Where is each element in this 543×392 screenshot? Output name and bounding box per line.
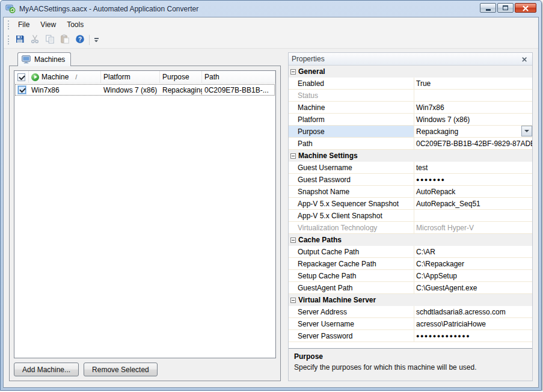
category-cache-paths[interactable]: Cache Paths	[289, 234, 532, 246]
prop-gutter	[289, 318, 296, 329]
collapse-icon[interactable]	[290, 298, 296, 303]
cut-icon	[30, 34, 40, 46]
sort-indicator-icon: /	[75, 73, 77, 81]
prop-app-v-5-x-sequencer-snapshot[interactable]: App-V 5.x Sequencer SnapshotAutoRepack_S…	[289, 198, 532, 210]
prop-value	[414, 90, 532, 101]
column-header-machine[interactable]: Machine /	[29, 71, 101, 83]
prop-gutter	[289, 102, 296, 113]
maximize-button[interactable]	[497, 3, 514, 13]
machine-list-header: Machine / Platform Purpose Path	[14, 71, 275, 84]
prop-gutter	[289, 306, 296, 317]
prop-name: Status	[296, 90, 414, 101]
prop-server-address[interactable]: Server Addressschdtladsaria8.acresso.com	[289, 306, 532, 318]
column-header-path[interactable]: Path	[202, 71, 275, 83]
prop-setup-cache-path[interactable]: Setup Cache PathC:\AppSetup	[289, 270, 532, 282]
chevron-down-icon	[94, 40, 98, 42]
prop-gutter	[289, 222, 296, 233]
prop-value: Win7x86	[414, 102, 532, 113]
paste-icon	[60, 34, 70, 46]
copy-button[interactable]	[43, 33, 57, 47]
prop-value: Repackaging	[414, 126, 532, 137]
platform-cell: Windows 7 (x86)	[101, 84, 160, 96]
prop-name: Machine	[296, 102, 414, 113]
prop-gutter	[289, 114, 296, 125]
prop-gutter	[289, 330, 296, 341]
tabstrip: Machines	[9, 52, 281, 66]
prop-virtualization-technology[interactable]: Virtualization TechnologyMicrosoft Hyper…	[289, 222, 532, 234]
remove-selected-button[interactable]: Remove Selected	[84, 363, 158, 376]
prop-enabled[interactable]: EnabledTrue	[289, 78, 532, 90]
category-label: General	[298, 67, 325, 76]
menu-file[interactable]: File	[13, 19, 35, 31]
category-virtual-machine-server[interactable]: Virtual Machine Server	[289, 294, 532, 306]
prop-gutter	[289, 186, 296, 197]
prop-server-password[interactable]: Server Password●●●●●●●●●●●●●	[289, 330, 532, 342]
prop-value: ●●●●●●●●●●●●●	[414, 330, 532, 341]
prop-repackager-cache-path[interactable]: Repackager Cache PathC:\Repackager	[289, 258, 532, 270]
paste-button[interactable]	[58, 33, 72, 47]
save-button[interactable]	[13, 33, 26, 47]
machine-actions: Add Machine... Remove Selected	[14, 363, 276, 376]
select-all-cell	[14, 71, 29, 83]
prop-platform[interactable]: PlatformWindows 7 (x86)	[289, 114, 532, 126]
prop-snapshot-name[interactable]: Snapshot NameAutoRepack	[289, 186, 532, 198]
cut-button[interactable]	[28, 33, 41, 47]
prop-guestagent-path[interactable]: GuestAgent PathC:\GuestAgent.exe	[289, 282, 532, 294]
prop-guest-username[interactable]: Guest Usernametest	[289, 162, 532, 174]
prop-path[interactable]: Path0C209E7B-BB1B-42BF-9829-87ADED2EB1	[289, 138, 532, 150]
close-icon	[522, 57, 527, 62]
prop-gutter	[289, 90, 296, 101]
close-button[interactable]	[515, 3, 536, 13]
prop-value: acresso\PatriciaHowe	[414, 318, 532, 329]
column-header-purpose[interactable]: Purpose	[160, 71, 202, 83]
help-button[interactable]: ?	[73, 33, 87, 47]
prop-gutter	[289, 78, 296, 89]
prop-server-username[interactable]: Server Usernameacresso\PatriciaHowe	[289, 318, 532, 330]
prop-purpose[interactable]: PurposeRepackaging	[289, 126, 532, 138]
prop-guest-password[interactable]: Guest Password●●●●●●●	[289, 174, 532, 186]
prop-app-v-5-x-client-snapshot[interactable]: App-V 5.x Client Snapshot	[289, 210, 532, 222]
prop-gutter	[289, 246, 296, 257]
menu-view[interactable]: View	[35, 19, 61, 31]
titlebar: MyAACSettings.aacx - Automated Applicati…	[3, 1, 539, 17]
properties-header: Properties	[289, 53, 532, 66]
collapse-icon[interactable]	[290, 69, 296, 75]
app-window: MyAACSettings.aacx - Automated Applicati…	[0, 0, 542, 391]
prop-value: C:\GuestAgent.exe	[414, 282, 532, 293]
select-all-checkbox[interactable]	[17, 73, 25, 81]
prop-name: Setup Cache Path	[296, 270, 414, 281]
prop-value: Windows 7 (x86)	[414, 114, 532, 125]
column-label: Machine	[41, 73, 69, 81]
prop-output-cache-path[interactable]: Output Cache PathC:\AR	[289, 246, 532, 258]
prop-value	[414, 210, 532, 221]
prop-name: App-V 5.x Sequencer Snapshot	[296, 198, 414, 209]
minimize-button[interactable]	[480, 3, 496, 13]
machine-row[interactable]: Win7x86Windows 7 (x86)Repackaging0C209E7…	[14, 84, 275, 96]
category-label: Cache Paths	[298, 236, 342, 244]
category-general[interactable]: General	[289, 66, 532, 78]
collapse-icon[interactable]	[290, 153, 296, 159]
purpose-dropdown-button[interactable]	[521, 126, 532, 136]
column-header-platform[interactable]: Platform	[101, 71, 160, 83]
prop-gutter	[289, 258, 296, 269]
menu-tools[interactable]: Tools	[61, 19, 89, 31]
prop-value: AutoRepack_Seq51	[414, 198, 532, 209]
prop-name: Guest Username	[296, 162, 414, 173]
save-icon	[15, 34, 25, 46]
path-cell: 0C209E7B-BB1B-...	[202, 84, 275, 96]
collapse-icon[interactable]	[290, 237, 296, 243]
add-machine-button[interactable]: Add Machine...	[14, 363, 79, 376]
properties-title: Properties	[292, 55, 325, 63]
close-properties-button[interactable]	[520, 55, 529, 64]
machine-status-icon	[31, 73, 39, 81]
prop-name: App-V 5.x Client Snapshot	[296, 210, 414, 221]
prop-name: Purpose	[296, 126, 414, 137]
prop-machine[interactable]: MachineWin7x86	[289, 102, 532, 114]
prop-status[interactable]: Status	[289, 90, 532, 102]
row-checkbox[interactable]	[18, 86, 26, 94]
prop-name: Server Address	[296, 306, 414, 317]
tab-machines[interactable]: Machines	[17, 52, 71, 66]
prop-value: AutoRepack	[414, 186, 532, 197]
toolbar-overflow-button[interactable]	[92, 34, 100, 47]
category-machine-settings[interactable]: Machine Settings	[289, 150, 532, 162]
